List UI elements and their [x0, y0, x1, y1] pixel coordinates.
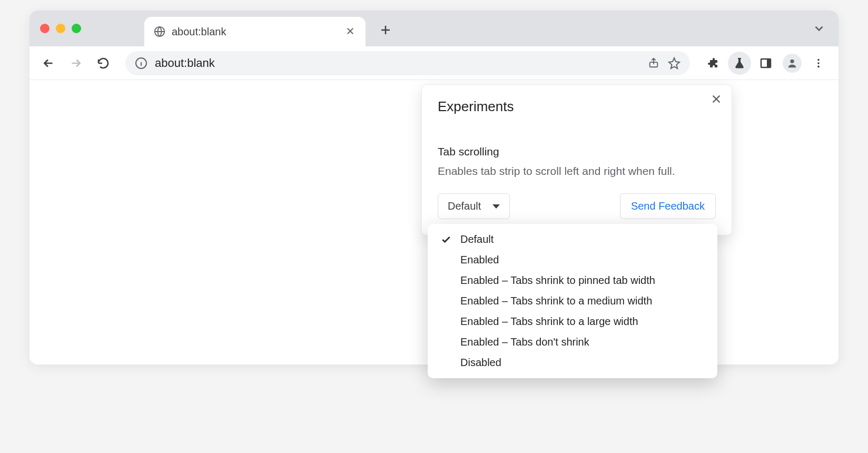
experiment-controls: Default Send Feedback	[438, 193, 716, 219]
dropdown-selected-label: Default	[448, 200, 481, 212]
experiments-popover: Experiments Tab scrolling Enables tab st…	[421, 84, 732, 235]
dropdown-option[interactable]: Enabled – Tabs shrink to pinned tab widt…	[428, 270, 717, 291]
bookmark-star-icon[interactable]	[668, 57, 680, 70]
close-tab-icon[interactable]	[346, 26, 356, 37]
share-icon[interactable]	[648, 57, 660, 70]
url-text: about:blank	[155, 56, 640, 70]
dropdown-option-label: Enabled – Tabs don't shrink	[460, 336, 589, 348]
window-controls	[40, 24, 81, 33]
dropdown-option-label: Enabled	[460, 254, 499, 266]
forward-button[interactable]	[65, 53, 86, 74]
toolbar-actions	[702, 52, 830, 75]
kebab-menu-icon[interactable]	[807, 52, 830, 75]
fullscreen-window-button[interactable]	[72, 24, 81, 33]
address-bar[interactable]: about:blank	[125, 51, 690, 75]
toolbar: about:blank	[29, 46, 839, 80]
close-window-button[interactable]	[40, 24, 50, 33]
popover-title: Experiments	[438, 99, 716, 115]
reload-button[interactable]	[93, 53, 114, 74]
tab-list-chevron-icon[interactable]	[812, 22, 826, 35]
dropdown-options-list: DefaultEnabledEnabled – Tabs shrink to p…	[428, 224, 717, 378]
extensions-icon[interactable]	[702, 52, 725, 75]
side-panel-icon[interactable]	[754, 52, 777, 75]
svg-point-7	[817, 62, 820, 64]
dropdown-option-label: Disabled	[460, 357, 501, 369]
experiment-name: Tab scrolling	[438, 145, 716, 158]
svg-rect-4	[767, 59, 771, 67]
close-icon[interactable]	[711, 93, 722, 105]
dropdown-option[interactable]: Enabled	[428, 250, 717, 270]
site-info-icon[interactable]	[135, 57, 147, 70]
experiment-description: Enables tab strip to scroll left and rig…	[438, 163, 716, 179]
svg-point-8	[817, 65, 820, 67]
minimize-window-button[interactable]	[56, 24, 65, 33]
new-tab-button[interactable]	[375, 19, 396, 41]
experiments-flask-icon[interactable]	[728, 52, 751, 75]
svg-point-5	[790, 59, 794, 63]
tab-strip: about:blank	[29, 11, 839, 46]
dropdown-option-label: Default	[460, 233, 494, 245]
avatar-icon	[783, 54, 802, 73]
dropdown-option[interactable]: Default	[428, 229, 717, 250]
tab-title: about:blank	[172, 26, 339, 38]
dropdown-option[interactable]: Disabled	[428, 352, 717, 373]
svg-point-6	[817, 58, 820, 61]
dropdown-option[interactable]: Enabled – Tabs shrink to a medium width	[428, 291, 717, 311]
caret-down-icon	[492, 204, 500, 209]
dropdown-option-label: Enabled – Tabs shrink to a medium width	[460, 295, 652, 307]
check-icon	[439, 234, 453, 245]
send-feedback-button[interactable]: Send Feedback	[620, 193, 716, 219]
dropdown-option[interactable]: Enabled – Tabs don't shrink	[428, 332, 717, 352]
dropdown-option-label: Enabled – Tabs shrink to pinned tab widt…	[460, 274, 655, 287]
globe-icon	[154, 26, 165, 37]
experiment-dropdown[interactable]: Default	[438, 193, 510, 219]
dropdown-option[interactable]: Enabled – Tabs shrink to a large width	[428, 311, 717, 332]
browser-tab[interactable]: about:blank	[144, 17, 366, 46]
dropdown-option-label: Enabled – Tabs shrink to a large width	[460, 316, 638, 328]
profile-avatar[interactable]	[781, 52, 804, 75]
back-button[interactable]	[38, 53, 59, 74]
